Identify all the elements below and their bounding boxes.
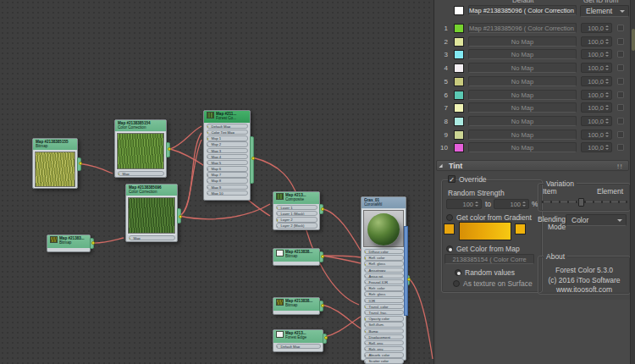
- panel-scrollbar-thumb[interactable]: [632, 29, 635, 51]
- row-amount-spinner[interactable]: 100,0: [581, 130, 612, 140]
- row-checkbox[interactable]: [617, 104, 624, 111]
- row-amount-spinner[interactable]: 100,0: [581, 76, 612, 86]
- row-amount-spinner[interactable]: 100,0: [581, 90, 612, 100]
- input-slot[interactable]: Default Map: [207, 124, 248, 129]
- input-slot[interactable]: Map 5: [207, 160, 248, 165]
- input-slot[interactable]: Map 7: [207, 172, 248, 177]
- node-header[interactable]: Map #2138385096 Color Correction: [126, 185, 177, 196]
- spinner-arrows[interactable]: [605, 24, 610, 32]
- input-slot[interactable]: Self-illum.: [364, 322, 404, 327]
- row-color-swatch[interactable]: [454, 91, 464, 100]
- row-map-button[interactable]: No Map: [468, 142, 577, 152]
- input-slot[interactable]: Scatter color: [364, 358, 404, 363]
- input-slot[interactable]: Map 3: [207, 148, 248, 153]
- input-slot[interactable]: Transl. frac.: [364, 310, 404, 315]
- node-forest-color[interactable]: Map #211... Forest Co... Default Map Col…: [203, 110, 251, 201]
- node-header[interactable]: Map #213838... Bitmap: [273, 249, 319, 262]
- input-slot[interactable]: Diffuse color: [364, 249, 404, 254]
- row-map-button[interactable]: No Map: [468, 90, 577, 100]
- spinner-arrows[interactable]: [605, 143, 610, 152]
- input-slot[interactable]: Default Map: [276, 344, 321, 349]
- row-checkbox[interactable]: [617, 144, 624, 151]
- about-website[interactable]: www.itoosoft.com: [538, 285, 630, 294]
- row-checkbox[interactable]: [617, 38, 624, 45]
- spinner-arrows[interactable]: [605, 130, 610, 139]
- input-slot[interactable]: Layer 2: [276, 217, 318, 222]
- tint-rollout-header[interactable]: Tint ⁞⁞: [436, 160, 629, 171]
- input-slot[interactable]: Refl. env.: [364, 340, 404, 345]
- override-checkbox[interactable]: ✓: [448, 175, 456, 183]
- bitmap-thumbnail[interactable]: [35, 152, 75, 187]
- row-color-swatch[interactable]: [454, 103, 464, 113]
- spinner-arrows[interactable]: [522, 200, 527, 208]
- as-texture-radio[interactable]: [453, 280, 460, 287]
- slider-handle[interactable]: [578, 198, 584, 207]
- input-slot[interactable]: Refr. color: [364, 285, 404, 290]
- node-scrollbar[interactable]: [404, 226, 408, 316]
- row-checkbox[interactable]: [617, 25, 624, 31]
- row-map-button[interactable]: No Map: [468, 49, 577, 59]
- row-amount-spinner[interactable]: 100,0: [581, 116, 612, 126]
- spinner-arrows[interactable]: [605, 117, 610, 125]
- input-slot[interactable]: Map 2: [207, 141, 248, 146]
- row-color-swatch[interactable]: [454, 37, 464, 47]
- row-color-swatch[interactable]: [454, 77, 464, 86]
- map-thumbnail[interactable]: [117, 133, 164, 169]
- node-header[interactable]: Map #213... Composite: [273, 192, 319, 204]
- blending-mode-dropdown[interactable]: Color: [566, 214, 627, 226]
- node-bitmap-d[interactable]: Map #21383... Bitmap: [47, 234, 91, 252]
- row-amount-spinner[interactable]: 100,0: [581, 49, 612, 59]
- node-bitmap-o[interactable]: Map #213838... Bitmap: [273, 297, 320, 315]
- input-slot[interactable]: Refr. env.: [364, 346, 404, 351]
- tint-map-button[interactable]: 2138385154 ( Color Corre: [444, 254, 534, 264]
- input-slot[interactable]: Displacement: [364, 334, 404, 339]
- random-strength-from-spinner[interactable]: 100: [446, 199, 482, 209]
- row-amount-spinner[interactable]: 100,0: [581, 142, 612, 152]
- input-slot[interactable]: Map 6: [207, 166, 248, 171]
- input-slot[interactable]: IOR: [364, 298, 404, 303]
- node-color-correction-b[interactable]: Map #2138385154 Color Correction Map: [114, 119, 167, 178]
- input-slot-map[interactable]: Map: [118, 171, 164, 176]
- row-color-swatch[interactable]: [454, 63, 464, 73]
- spinner-arrows[interactable]: [605, 103, 610, 112]
- gradient-start-swatch[interactable]: [444, 223, 455, 234]
- row-color-swatch[interactable]: [454, 50, 464, 59]
- node-bitmap-w[interactable]: Map #213838... Bitmap: [273, 248, 320, 266]
- random-strength-to-spinner[interactable]: 100: [494, 199, 529, 209]
- node-header[interactable]: Map #211... Forest Co...: [204, 111, 250, 123]
- node-composite[interactable]: Map #213... Composite Layer 1 Layer 1 (M…: [273, 191, 320, 230]
- get-color-map-radio[interactable]: [446, 245, 453, 252]
- row-map-button[interactable]: Map #2138385096 ( Color Correction ): [468, 23, 577, 33]
- node-header[interactable]: Map #2138385154 Color Correction: [115, 120, 166, 131]
- spinner-arrows[interactable]: [605, 50, 610, 58]
- input-slot[interactable]: Refl. gloss: [364, 261, 404, 266]
- row-amount-spinner[interactable]: 100,0: [581, 23, 612, 33]
- row-color-swatch[interactable]: [454, 117, 464, 126]
- spinner-arrows[interactable]: [605, 63, 610, 72]
- row-map-button[interactable]: No Map: [468, 130, 577, 140]
- row-map-button[interactable]: No Map: [468, 36, 577, 47]
- default-map-button[interactable]: Map #2138385096 ( Color Correction ): [468, 5, 577, 15]
- gradient-bar[interactable]: [459, 222, 511, 240]
- material-preview[interactable]: [363, 210, 404, 247]
- row-map-button[interactable]: No Map: [468, 102, 577, 113]
- node-bitmap-a[interactable]: Map #2138385155 Bitmap: [32, 138, 78, 189]
- node-color-correction-c[interactable]: Map #2138385096 Color Correction Map: [125, 184, 178, 242]
- spinner-arrows[interactable]: [605, 91, 610, 99]
- row-checkbox[interactable]: [617, 78, 624, 85]
- row-checkbox[interactable]: [617, 64, 624, 71]
- row-color-swatch[interactable]: [454, 130, 464, 140]
- input-slot[interactable]: Aniso rot.: [364, 273, 404, 279]
- input-slot[interactable]: Transl. color: [364, 304, 404, 309]
- input-slot[interactable]: Map 8: [207, 178, 248, 183]
- row-color-swatch[interactable]: [454, 24, 464, 33]
- get-id-from-dropdown[interactable]: Element: [580, 5, 629, 17]
- row-map-button[interactable]: No Map: [468, 63, 577, 73]
- node-header[interactable]: Map #213838... Bitmap: [273, 298, 319, 311]
- row-amount-spinner[interactable]: 100,0: [581, 36, 612, 47]
- row-map-button[interactable]: No Map: [468, 116, 577, 126]
- spinner-arrows[interactable]: [474, 200, 480, 208]
- input-slot[interactable]: Opacity color: [364, 316, 404, 321]
- input-slot[interactable]: Refr. gloss: [364, 291, 404, 296]
- get-color-gradient-radio[interactable]: [446, 214, 453, 221]
